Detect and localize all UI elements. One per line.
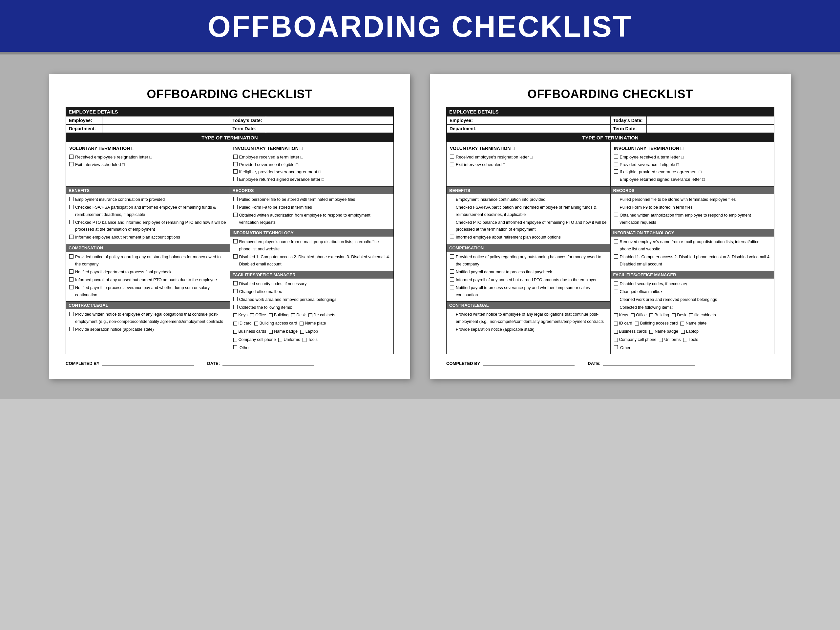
cb-ben-1-right[interactable] bbox=[450, 197, 454, 201]
cb-other-left[interactable] bbox=[233, 345, 237, 349]
main-title: OFFBOARDING CHECKLIST bbox=[0, 10, 840, 44]
cb-tools-right[interactable] bbox=[683, 338, 687, 342]
cb-fac-3-right[interactable] bbox=[614, 297, 618, 301]
date-underline-right[interactable] bbox=[603, 360, 695, 366]
completed-by-underline-right[interactable] bbox=[483, 360, 575, 366]
cb-nameplate-left[interactable] bbox=[300, 322, 303, 325]
todays-date-value-left[interactable] bbox=[266, 117, 393, 125]
cb-office-right[interactable] bbox=[631, 313, 635, 317]
cb-inv-4-right[interactable] bbox=[614, 177, 618, 181]
cb-cl-2-right[interactable] bbox=[450, 327, 454, 331]
cb-fac-4-right[interactable] bbox=[614, 305, 618, 309]
cb-vol-2-right[interactable] bbox=[450, 162, 454, 166]
cb-rec-1-left[interactable] bbox=[233, 197, 238, 201]
cb-idcard-left[interactable] bbox=[233, 322, 237, 325]
cb-cl-2-left[interactable] bbox=[69, 327, 74, 331]
cb-filecab-right[interactable] bbox=[689, 313, 693, 317]
cb-uniforms-left[interactable] bbox=[278, 338, 282, 342]
employee-value-right[interactable] bbox=[483, 117, 611, 125]
cb-bldgcard-left[interactable] bbox=[254, 322, 258, 325]
cb-vol-1-right[interactable] bbox=[450, 155, 454, 159]
cb-comp-2-left[interactable] bbox=[69, 269, 74, 274]
term-date-value-right[interactable] bbox=[646, 125, 774, 133]
cb-inv-2-right[interactable] bbox=[614, 162, 618, 166]
cb-building-left[interactable] bbox=[269, 313, 273, 317]
cb-comp-1-right[interactable] bbox=[450, 254, 454, 259]
cb-fac-1-right[interactable] bbox=[614, 281, 618, 286]
todays-date-value-right[interactable] bbox=[646, 117, 774, 125]
cb-tools-left[interactable] bbox=[303, 338, 306, 342]
cb-vol-1-left[interactable] bbox=[69, 155, 74, 159]
cb-laptop-left[interactable] bbox=[300, 330, 304, 334]
cb-comp-3-left[interactable] bbox=[69, 277, 74, 281]
cb-idcard-right[interactable] bbox=[614, 322, 618, 325]
cb-building-right[interactable] bbox=[649, 313, 653, 317]
cb-ben-3-left[interactable] bbox=[69, 220, 74, 224]
laptop-item-right: Laptop bbox=[681, 328, 699, 335]
cb-fac-2-right[interactable] bbox=[614, 289, 618, 293]
cb-ben-2-left[interactable] bbox=[69, 205, 74, 209]
cb-rec-3-left[interactable] bbox=[233, 213, 238, 217]
cb-ben-2-right[interactable] bbox=[450, 205, 454, 209]
cb-nameplate-right[interactable] bbox=[680, 322, 684, 325]
cb-cl-1-left[interactable] bbox=[69, 312, 74, 316]
cb-filecab-left[interactable] bbox=[308, 313, 313, 317]
cb-ben-4-left[interactable] bbox=[69, 235, 74, 239]
it-item-1-left: Removed employee's name from e-mail grou… bbox=[233, 238, 390, 253]
cb-vol-2-left[interactable] bbox=[69, 162, 74, 166]
cb-it-2-left[interactable] bbox=[233, 254, 238, 259]
cb-inv-3-left[interactable] bbox=[233, 169, 238, 174]
cb-namebadge-right[interactable] bbox=[649, 330, 653, 334]
it-header-right: INFORMATION TECHNOLOGY bbox=[611, 229, 774, 237]
it-header-left: INFORMATION TECHNOLOGY bbox=[230, 229, 394, 237]
cb-fac-3-left[interactable] bbox=[233, 297, 238, 301]
cb-fac-1-left[interactable] bbox=[233, 281, 238, 286]
cb-rec-1-right[interactable] bbox=[614, 197, 618, 201]
date-underline-left[interactable] bbox=[223, 360, 314, 366]
cb-cellphone-left[interactable] bbox=[233, 338, 237, 342]
cb-comp-3-right[interactable] bbox=[450, 277, 454, 281]
cb-comp-4-left[interactable] bbox=[69, 285, 74, 289]
cb-uniforms-right[interactable] bbox=[659, 338, 663, 342]
cb-it-2-right[interactable] bbox=[614, 254, 618, 259]
cb-bldgcard-right[interactable] bbox=[635, 322, 639, 325]
cb-other-right[interactable] bbox=[614, 345, 618, 349]
cb-fac-4-left[interactable] bbox=[233, 305, 238, 309]
building-item-left: Building bbox=[269, 312, 289, 319]
cb-ben-1-left[interactable] bbox=[69, 197, 74, 201]
term-date-value-left[interactable] bbox=[266, 125, 393, 133]
cb-cl-1-right[interactable] bbox=[450, 312, 454, 316]
right-section-left: RECORDS Pulled personnel file to be stor… bbox=[230, 187, 394, 354]
cb-comp-1-left[interactable] bbox=[69, 254, 74, 259]
cb-keys-right[interactable] bbox=[614, 313, 618, 317]
cb-rec-3-right[interactable] bbox=[614, 213, 618, 217]
employee-value-left[interactable] bbox=[103, 117, 230, 125]
below-term-right: BENEFITS Employment insurance continuati… bbox=[446, 187, 774, 354]
cb-ben-3-right[interactable] bbox=[450, 220, 454, 224]
cb-office-left[interactable] bbox=[250, 313, 254, 317]
cb-keys-left[interactable] bbox=[233, 313, 237, 317]
cb-inv-4-left[interactable] bbox=[233, 177, 238, 181]
cb-namebadge-left[interactable] bbox=[269, 330, 273, 334]
cb-ben-4-right[interactable] bbox=[450, 235, 454, 239]
cb-desk-left[interactable] bbox=[291, 313, 295, 317]
cb-laptop-right[interactable] bbox=[681, 330, 685, 334]
cb-it-1-right[interactable] bbox=[614, 239, 618, 243]
cb-inv-1-right[interactable] bbox=[614, 155, 618, 159]
cb-rec-2-right[interactable] bbox=[614, 205, 618, 209]
completed-by-underline-left[interactable] bbox=[102, 360, 194, 366]
department-value-left[interactable] bbox=[103, 125, 230, 133]
cb-cellphone-right[interactable] bbox=[614, 338, 618, 342]
cb-inv-1-left[interactable] bbox=[233, 155, 238, 159]
cb-bizcards-right[interactable] bbox=[614, 330, 618, 334]
cb-fac-2-left[interactable] bbox=[233, 289, 238, 293]
cb-inv-3-right[interactable] bbox=[614, 169, 618, 174]
cb-bizcards-left[interactable] bbox=[233, 330, 237, 334]
cb-desk-right[interactable] bbox=[672, 313, 676, 317]
cb-comp-2-right[interactable] bbox=[450, 269, 454, 274]
cb-rec-2-left[interactable] bbox=[233, 205, 238, 209]
department-value-right[interactable] bbox=[483, 125, 611, 133]
cb-it-1-left[interactable] bbox=[233, 239, 238, 243]
cb-comp-4-right[interactable] bbox=[450, 285, 454, 289]
cb-inv-2-left[interactable] bbox=[233, 162, 238, 166]
